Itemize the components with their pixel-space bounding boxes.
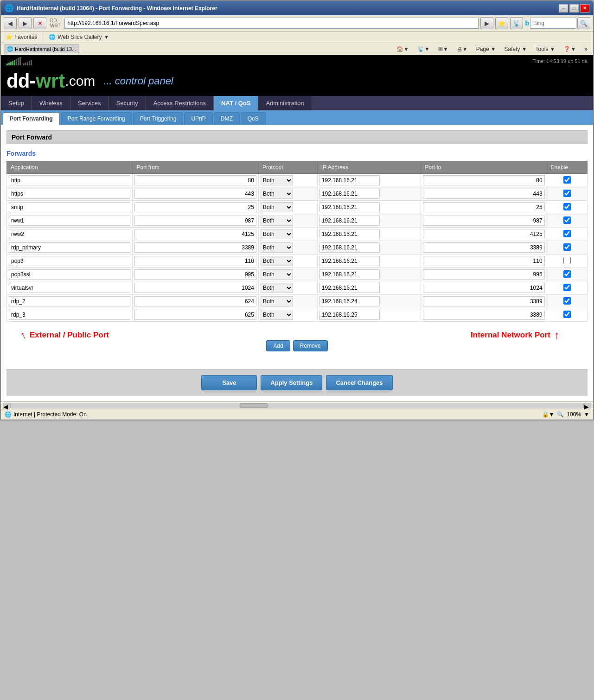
input-port-from-9[interactable] (134, 296, 256, 306)
input-app-8[interactable] (9, 283, 130, 293)
tools-button[interactable]: Tools▼ (533, 45, 558, 53)
refresh-button[interactable]: ✕ (33, 17, 46, 29)
sub-tab-port-triggering[interactable]: Port Triggering (133, 112, 184, 125)
input-port-from-5[interactable] (134, 242, 256, 253)
checkbox-enable-2[interactable] (563, 203, 571, 210)
input-port-to-6[interactable] (423, 256, 544, 266)
apply-button[interactable]: Apply Settings (261, 375, 322, 390)
input-ip-9[interactable] (319, 296, 380, 306)
select-protocol-2[interactable]: Both TCP UDP (261, 202, 293, 212)
input-app-9[interactable] (9, 296, 130, 306)
input-port-from-7[interactable] (134, 269, 256, 280)
input-ip-8[interactable] (319, 283, 380, 293)
help-button[interactable]: ❓▼ (561, 45, 579, 53)
input-ip-3[interactable] (319, 216, 380, 226)
nav-tab-security[interactable]: Security (109, 96, 146, 110)
nav-tab-administration[interactable]: Administration (258, 96, 312, 110)
nav-tab-wireless[interactable]: Wireless (32, 96, 70, 110)
input-app-0[interactable] (9, 175, 130, 185)
input-ip-2[interactable] (319, 202, 380, 212)
safety-button[interactable]: Safety▼ (502, 45, 530, 53)
read-mail-button[interactable]: ✉▼ (435, 45, 451, 53)
tab-button[interactable]: 🌐 HardHatInternal (build 13... (4, 45, 79, 53)
input-port-to-10[interactable] (423, 310, 544, 320)
select-protocol-5[interactable]: Both TCP UDP (261, 242, 293, 253)
rss-button[interactable]: 📡 (510, 17, 523, 29)
input-port-from-10[interactable] (134, 310, 256, 320)
sub-tab-qos[interactable]: QoS (241, 112, 266, 125)
select-protocol-6[interactable]: Both TCP UDP (261, 256, 293, 266)
checkbox-enable-7[interactable] (563, 270, 571, 278)
overflow-button[interactable]: » (581, 45, 590, 53)
forward-button[interactable]: ▶ (19, 17, 32, 29)
select-protocol-7[interactable]: Both TCP UDP (261, 269, 293, 280)
feeds-button[interactable]: 📡▼ (415, 45, 433, 53)
input-app-5[interactable] (9, 242, 130, 253)
select-protocol-8[interactable]: Both TCP UDP (261, 283, 293, 293)
input-app-10[interactable] (9, 310, 130, 320)
checkbox-enable-10[interactable] (563, 311, 571, 318)
input-app-1[interactable] (9, 189, 130, 199)
page-button[interactable]: Page▼ (473, 45, 499, 53)
input-port-to-9[interactable] (423, 296, 544, 306)
nav-tab-nat-qos[interactable]: NAT / QoS (214, 96, 258, 110)
scroll-left-button[interactable]: ◀ (3, 403, 10, 408)
input-port-to-4[interactable] (423, 229, 544, 239)
sub-tab-port-forwarding[interactable]: Port Forwarding (3, 112, 60, 125)
cancel-button[interactable]: Cancel Changes (326, 375, 392, 390)
input-ip-6[interactable] (319, 256, 380, 266)
input-ip-0[interactable] (319, 175, 380, 185)
input-port-from-3[interactable] (134, 216, 256, 226)
go-button[interactable]: ▶ (480, 17, 493, 29)
input-port-from-0[interactable] (134, 175, 256, 185)
restore-button[interactable]: □ (569, 4, 579, 13)
checkbox-enable-9[interactable] (563, 297, 571, 305)
checkbox-enable-0[interactable] (563, 176, 571, 184)
sub-tab-dmz[interactable]: DMZ (214, 112, 240, 125)
select-protocol-4[interactable]: Both TCP UDP (261, 229, 293, 239)
nav-tab-access-restrictions[interactable]: Access Restrictions (146, 96, 214, 110)
close-button[interactable]: ✕ (580, 4, 589, 13)
save-button[interactable]: Save (201, 375, 257, 390)
web-slice-button[interactable]: 🌐 Web Slice Gallery ▼ (47, 33, 111, 41)
input-port-from-4[interactable] (134, 229, 256, 239)
address-input[interactable] (64, 18, 479, 29)
input-app-7[interactable] (9, 269, 130, 280)
add-button[interactable]: Add (266, 340, 290, 351)
search-input[interactable] (530, 18, 576, 29)
scroll-right-button[interactable]: ▶ (584, 403, 591, 408)
bookmark-button[interactable]: ⭐ (495, 17, 508, 29)
sub-tab-upnp[interactable]: UPnP (184, 112, 212, 125)
input-port-from-1[interactable] (134, 189, 256, 199)
checkbox-enable-3[interactable] (563, 216, 571, 224)
input-port-to-7[interactable] (423, 269, 544, 280)
select-protocol-10[interactable]: Both TCP UDP (261, 310, 293, 320)
nav-tab-services[interactable]: Services (70, 96, 109, 110)
nav-tab-setup[interactable]: Setup (1, 96, 32, 110)
favorites-button[interactable]: ⭐ Favorites (4, 33, 39, 41)
input-port-to-3[interactable] (423, 216, 544, 226)
input-ip-10[interactable] (319, 310, 380, 320)
checkbox-enable-8[interactable] (563, 284, 571, 291)
sub-tab-port-range[interactable]: Port Range Forwarding (61, 112, 132, 125)
input-port-to-5[interactable] (423, 242, 544, 253)
select-protocol-3[interactable]: Both TCP UDP (261, 216, 293, 226)
minimize-button[interactable]: ─ (559, 4, 568, 13)
input-app-2[interactable] (9, 202, 130, 212)
search-button[interactable]: 🔍 (577, 17, 590, 29)
input-port-from-6[interactable] (134, 256, 256, 266)
input-port-to-8[interactable] (423, 283, 544, 293)
checkbox-enable-1[interactable] (563, 190, 571, 197)
input-port-from-2[interactable] (134, 202, 256, 212)
input-port-to-1[interactable] (423, 189, 544, 199)
input-port-to-0[interactable] (423, 175, 544, 185)
input-app-4[interactable] (9, 229, 130, 239)
select-protocol-1[interactable]: Both TCP UDP (261, 189, 293, 199)
input-ip-5[interactable] (319, 242, 380, 253)
checkbox-enable-6[interactable] (563, 257, 571, 264)
input-app-3[interactable] (9, 216, 130, 226)
horizontal-scrollbar[interactable]: ◀ ▶ (1, 401, 593, 409)
input-ip-7[interactable] (319, 269, 380, 280)
home-button[interactable]: 🏠▼ (394, 45, 412, 53)
checkbox-enable-4[interactable] (563, 230, 571, 237)
